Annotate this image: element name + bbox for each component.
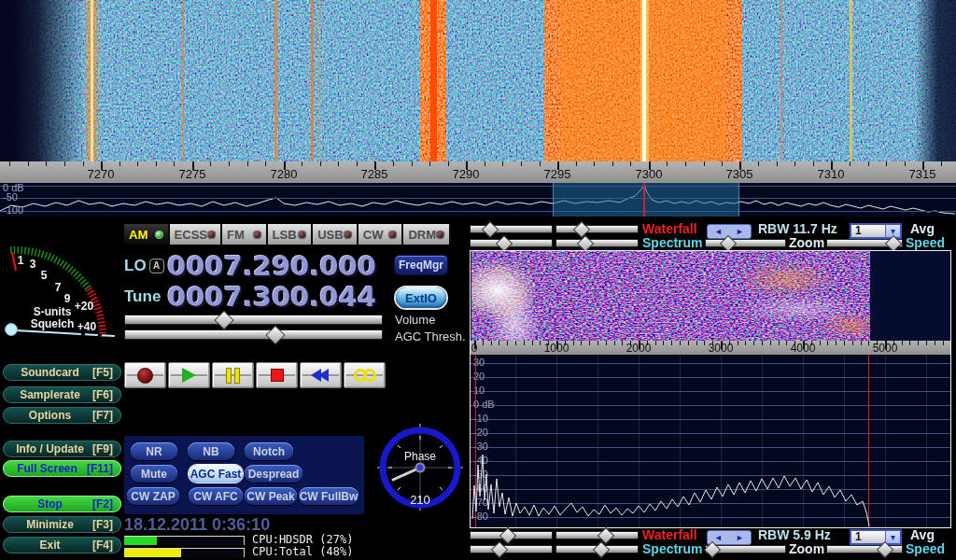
waterfall-signal — [91, 0, 93, 161]
scale-tick — [758, 161, 759, 166]
mode-led-icon — [253, 231, 261, 239]
spectrum-label-top[interactable]: Spectrum — [642, 236, 703, 250]
wf-brightness-slider[interactable] — [555, 225, 639, 233]
rewind-button[interactable] — [300, 362, 342, 388]
dropdown-arrow-icon[interactable]: ▾ — [885, 531, 900, 543]
slider-thumb[interactable] — [573, 220, 590, 237]
right-arrow-icon[interactable]: ► — [736, 534, 744, 542]
dsp-button-mute[interactable]: Mute — [131, 465, 177, 483]
spectrum-label-bottom[interactable]: Spectrum — [642, 542, 703, 556]
loop-button[interactable] — [344, 362, 386, 388]
avg-select-bottom[interactable]: 1 ▾ — [850, 529, 902, 545]
mode-button-usb[interactable]: USB — [313, 224, 358, 245]
button-hotkey: [F7] — [92, 409, 113, 422]
button-full-screen[interactable]: Full Screen[F11] — [3, 460, 121, 477]
mode-button-ecss[interactable]: ECSS — [170, 224, 222, 245]
waterfall-signal — [318, 0, 320, 161]
dsp-button-agc-fast[interactable]: AGC Fast — [189, 465, 243, 483]
scale-label: 7300 — [636, 167, 663, 181]
dsp-button-notch[interactable]: Notch — [245, 442, 293, 460]
button-soundcard[interactable]: Soundcard[F5] — [3, 364, 121, 381]
slider-thumb[interactable] — [577, 234, 594, 251]
scale-tick — [827, 341, 828, 345]
left-arrow-icon[interactable]: ◄ — [714, 228, 723, 236]
waterfall-signal — [182, 0, 184, 161]
dsp-button-nb[interactable]: NB — [188, 442, 234, 460]
play-button[interactable] — [168, 362, 210, 388]
tune-frequency-display[interactable]: 0007.300.044 — [167, 281, 376, 313]
right-arrow-icon[interactable]: ► — [736, 228, 744, 236]
button-stop[interactable]: Stop[F2] — [3, 496, 121, 512]
scale-tick — [532, 341, 533, 345]
af-wf-brightness-slider[interactable] — [555, 531, 639, 539]
mode-button-drm[interactable]: DRM — [403, 224, 451, 245]
af-spectrum[interactable]: 3020100 dB-10-20-30-40-50-60-70-80 — [471, 355, 950, 527]
passband-highlight[interactable] — [553, 183, 739, 217]
slider-thumb[interactable] — [499, 526, 516, 543]
left-arrow-icon[interactable]: ◄ — [714, 534, 723, 542]
s-meter[interactable]: 13579+20+40 S-units Squelch — [2, 230, 118, 343]
mode-button-lsb[interactable]: LSB — [268, 224, 314, 245]
mode-button-cw[interactable]: CW — [358, 224, 404, 245]
freqmgr-button[interactable]: FreqMgr — [395, 256, 447, 274]
scale-tick — [663, 341, 664, 345]
button-info-update[interactable]: Info / Update[F9] — [3, 441, 121, 457]
scale-tick — [521, 161, 522, 166]
af-waterfall-highlights — [471, 251, 870, 341]
waterfall-label-top[interactable]: Waterfall — [642, 222, 697, 236]
scale-tick — [655, 341, 656, 345]
lo-mode-badge[interactable]: A — [149, 259, 164, 273]
mode-button-am[interactable]: AM — [124, 224, 170, 245]
zoom-slider-top[interactable] — [705, 239, 786, 247]
wf-contrast-slider[interactable] — [470, 225, 553, 233]
scale-tick — [722, 161, 723, 166]
stop-button[interactable] — [256, 362, 298, 388]
lo-frequency-display[interactable]: 0007.290.000 — [167, 250, 376, 282]
rf-frequency-scale[interactable]: 7270727572807285729072957300730573107315 — [0, 161, 956, 183]
scale-tick — [941, 161, 942, 166]
mode-led-icon — [388, 231, 397, 239]
rf-overview-spectrum[interactable]: 0 dB-50-100 — [0, 183, 956, 217]
dsp-button-nr[interactable]: NR — [131, 442, 177, 460]
af-display-frame: 010002000300040005000 3020100 dB-10-20-3… — [470, 250, 951, 528]
speed-slider-top[interactable] — [826, 239, 903, 247]
agc-thresh-slider[interactable] — [124, 329, 383, 340]
mode-button-fm[interactable]: FM — [222, 224, 268, 245]
slider-thumb[interactable] — [266, 325, 286, 344]
af-frequency-scale[interactable]: 010002000300040005000 — [471, 341, 950, 355]
button-options[interactable]: Options[F7] — [3, 407, 121, 424]
waterfall-label-bottom[interactable]: Waterfall — [642, 528, 697, 542]
record-button[interactable] — [124, 362, 166, 388]
dsp-button-cw-peak[interactable]: CW Peak — [245, 487, 297, 505]
slider-thumb[interactable] — [593, 540, 610, 557]
zoom-slider-bottom[interactable] — [705, 545, 786, 553]
dsp-button-cw-fullbw[interactable]: CW FullBw — [299, 487, 358, 505]
af-wf-contrast-slider[interactable] — [470, 531, 553, 539]
squelch-knob[interactable] — [6, 324, 18, 336]
af-spec-offset-slider[interactable] — [555, 545, 639, 553]
slider-thumb[interactable] — [482, 220, 499, 237]
speed-slider-bottom[interactable] — [826, 545, 903, 553]
slider-thumb[interactable] — [496, 234, 513, 251]
scale-tick — [671, 341, 672, 345]
af-waterfall[interactable] — [471, 251, 950, 341]
af-spec-range-slider[interactable] — [470, 545, 553, 553]
extio-button[interactable]: ExtIO — [396, 287, 446, 308]
volume-slider[interactable] — [124, 315, 383, 325]
phase-dial[interactable]: Phase 210 — [377, 422, 463, 511]
spec-offset-slider[interactable] — [555, 239, 639, 247]
scale-tick — [594, 161, 595, 166]
slider-thumb[interactable] — [491, 540, 508, 557]
button-minimize[interactable]: Minimize[F3] — [3, 516, 121, 533]
dsp-button-cw-afc[interactable]: CW AFC — [189, 487, 243, 505]
button-label: Exit — [11, 539, 89, 552]
button-exit[interactable]: Exit[F4] — [3, 537, 121, 553]
scale-tick — [28, 161, 29, 166]
spec-range-slider[interactable] — [470, 239, 553, 247]
dsp-button-despread[interactable]: Despread — [245, 465, 302, 483]
pause-button[interactable] — [212, 362, 254, 388]
dsp-button-cw-zap[interactable]: CW ZAP — [127, 487, 179, 505]
slider-thumb[interactable] — [214, 310, 233, 329]
rf-waterfall[interactable] — [0, 0, 956, 161]
button-samplerate[interactable]: Samplerate[F6] — [3, 386, 121, 403]
